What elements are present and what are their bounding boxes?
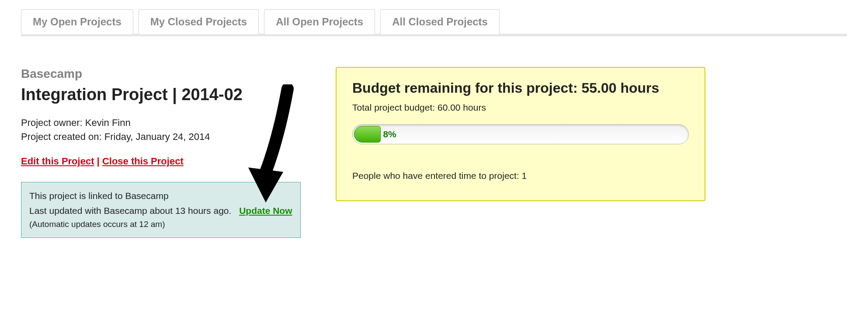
basecamp-auto-update-note: (Automatic updates occurs at 12 am)	[29, 218, 292, 231]
budget-people-label: People who have entered time to project:	[352, 171, 522, 181]
project-created-label: Project created on:	[21, 131, 104, 142]
budget-total-line: Total project budget: 60.00 hours	[352, 102, 689, 113]
budget-remaining-hours: 55.00 hours	[581, 80, 659, 96]
tab-all-open-projects[interactable]: All Open Projects	[264, 9, 375, 34]
budget-people-line: People who have entered time to project:…	[352, 171, 689, 181]
basecamp-link-panel: This project is linked to Basecamp Last …	[21, 182, 301, 238]
budget-progress-bar: 8%	[352, 124, 689, 144]
project-tabs: My Open Projects My Closed Projects All …	[21, 9, 847, 36]
budget-progress-fill	[354, 126, 381, 143]
update-now-link[interactable]: Update Now	[239, 206, 292, 216]
tab-my-open-projects[interactable]: My Open Projects	[21, 9, 133, 34]
tab-my-closed-projects[interactable]: My Closed Projects	[139, 9, 259, 34]
edit-project-link[interactable]: Edit this Project	[21, 156, 94, 167]
project-action-links: Edit this Project | Close this Project	[21, 156, 301, 167]
budget-people-count: 1	[522, 171, 527, 181]
project-created-date: Friday, January 24, 2014	[104, 131, 210, 142]
basecamp-linked-text: This project is linked to Basecamp	[29, 188, 292, 203]
close-project-link[interactable]: Close this Project	[102, 156, 184, 167]
tab-all-closed-projects[interactable]: All Closed Projects	[380, 9, 500, 34]
project-owner-label: Project owner:	[21, 117, 85, 128]
project-created-line: Project created on: Friday, January 24, …	[21, 131, 301, 143]
action-separator: |	[94, 156, 102, 167]
budget-heading-prefix: Budget remaining for this project:	[352, 80, 581, 96]
account-name: Basecamp	[21, 67, 301, 81]
budget-total-label: Total project budget:	[352, 102, 437, 112]
budget-total-hours: 60.00 hours	[437, 102, 486, 112]
project-owner-line: Project owner: Kevin Finn	[21, 117, 301, 129]
budget-panel: Budget remaining for this project: 55.00…	[336, 67, 705, 201]
project-owner-name: Kevin Finn	[85, 117, 131, 128]
basecamp-last-updated: Last updated with Basecamp about 13 hour…	[29, 206, 231, 216]
project-title: Integration Project | 2014-02	[21, 85, 301, 104]
budget-heading: Budget remaining for this project: 55.00…	[352, 80, 689, 96]
budget-progress-label: 8%	[383, 129, 396, 140]
